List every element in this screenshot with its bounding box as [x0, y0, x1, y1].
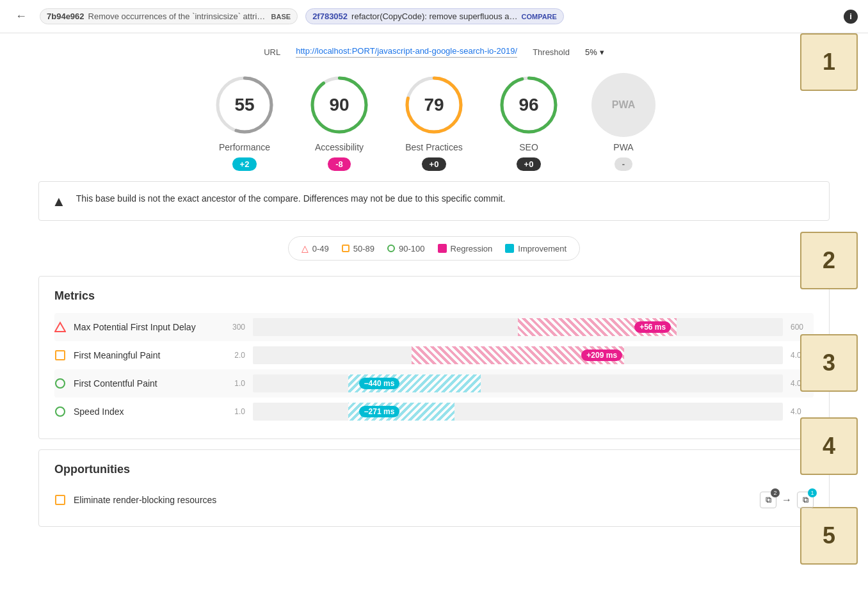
metric-icon-first-meaningful-paint — [54, 350, 66, 361]
compare-hash: 2f783052 — [312, 12, 348, 21]
score-item-best-practices[interactable]: 79 Best Practices +0 — [402, 73, 466, 171]
score-circle-seo: 96 — [497, 73, 561, 137]
base-desc: Remove occurrences of the `intrinsicsize… — [88, 12, 268, 21]
metric-icon-first-contentful-paint — [54, 378, 66, 389]
legend-50-89: 50-89 — [342, 243, 374, 253]
legend-0-49: △ 0-49 — [301, 243, 329, 253]
threshold-val: 5% — [585, 47, 597, 57]
metric-row-max-potential-fid: Max Potential First Input Delay 300 +56 … — [54, 313, 814, 341]
opportunities-title: Opportunities — [54, 463, 814, 476]
metric-badge-first-contentful-paint: −440 ms — [359, 378, 400, 389]
legend-regression: Regression — [438, 243, 493, 253]
score-item-seo[interactable]: 96 SEO +0 — [497, 73, 561, 171]
metric-name-first-contentful-paint: First Contentful Paint — [74, 378, 214, 389]
metric-badge-first-meaningful-paint: +209 ms — [581, 350, 622, 361]
svg-point-10 — [56, 379, 65, 388]
info-icon[interactable]: i — [844, 10, 858, 24]
improvement-color-box — [505, 244, 514, 253]
annotation-4: 4 — [800, 417, 858, 475]
compare-desc: refactor(CopyCode): remove superfluous a… — [351, 12, 517, 21]
metrics-title: Metrics — [54, 289, 814, 303]
score-item-accessibility[interactable]: 90 Accessibility -8 — [307, 73, 371, 171]
threshold-dropdown[interactable]: 5% ▾ — [585, 47, 604, 57]
score-label-performance: Performance — [219, 142, 270, 152]
compare-commit-chip[interactable]: 2f783052 refactor(CopyCode): remove supe… — [305, 8, 564, 24]
metric-icon-max-potential-fid — [54, 321, 66, 333]
score-label-pwa: PWA — [613, 142, 633, 152]
metric-row-first-meaningful-paint: First Meaningful Paint 2.0 +209 ms 4.0 — [54, 341, 814, 369]
score-item-performance[interactable]: 55 Performance +2 — [213, 73, 277, 171]
metric-bar-first-contentful-paint: −440 ms — [253, 374, 783, 392]
score-badge-performance: +2 — [232, 157, 257, 171]
metric-name-speed-index: Speed Index — [74, 406, 214, 417]
opp-actions-eliminate-render-blocking: ⧉ 2 → ⧉ 1 — [760, 492, 814, 508]
legend-improvement: Improvement — [505, 243, 567, 253]
metric-min-max-potential-fid: 300 — [222, 323, 245, 332]
url-row: URL http://localhost:PORT/javascript-and… — [38, 46, 830, 58]
opp-base-btn-eliminate-render-blocking[interactable]: ⧉ 2 — [760, 492, 776, 508]
metric-bar-first-meaningful-paint: +209 ms — [253, 346, 783, 364]
opportunities-rows: Eliminate render-blocking resources ⧉ 2 … — [54, 486, 814, 513]
opp-compare-btn-eliminate-render-blocking[interactable]: ⧉ 1 — [797, 492, 814, 508]
warning-text: This base build is not the exact ancesto… — [76, 192, 506, 205]
legend-0-49-label: 0-49 — [312, 244, 329, 253]
threshold-label: Threshold — [533, 47, 570, 57]
score-label-accessibility: Accessibility — [315, 142, 364, 152]
metric-bar-max-potential-fid: +56 ms — [253, 318, 783, 336]
metric-row-speed-index: Speed Index 1.0 −271 ms 4.0 — [54, 398, 814, 426]
legend-improvement-label: Improvement — [518, 244, 567, 253]
metric-min-first-contentful-paint: 1.0 — [222, 379, 245, 388]
warning-icon: ▲ — [52, 193, 66, 210]
arrow-right-icon: → — [782, 494, 792, 506]
regression-color-box — [438, 244, 447, 253]
legend-50-89-label: 50-89 — [353, 244, 374, 253]
back-button[interactable]: ← — [10, 7, 32, 26]
opp-compare-count-eliminate-render-blocking: 1 — [808, 488, 817, 497]
metrics-section: Metrics Max Potential First Input Delay … — [38, 276, 830, 439]
compare-badge: COMPARE — [521, 13, 556, 20]
legend-regression-label: Regression — [451, 244, 493, 253]
metric-name-max-potential-fid: Max Potential First Input Delay — [74, 322, 214, 332]
score-circle-accessibility: 90 — [307, 73, 371, 137]
score-value-best-practices: 79 — [424, 95, 444, 115]
copy-icon-2: ⧉ — [803, 495, 808, 505]
legend-90-100-label: 90-100 — [399, 244, 424, 253]
base-commit-chip[interactable]: 7b94e962 Remove occurrences of the `intr… — [40, 8, 298, 24]
score-badge-pwa: - — [615, 157, 632, 171]
scores-row: 55 Performance +2 90 Accessibility -8 79… — [38, 73, 830, 171]
metric-badge-speed-index: −271 ms — [359, 406, 400, 417]
metric-icon-speed-index — [54, 406, 66, 417]
svg-point-11 — [56, 407, 65, 416]
score-item-pwa[interactable]: PWA PWA - — [591, 73, 655, 171]
legend-90-100: 90-100 — [387, 243, 424, 253]
header: ← 7b94e962 Remove occurrences of the `in… — [0, 0, 868, 33]
opportunities-section: Opportunities Eliminate render-blocking … — [38, 449, 830, 527]
score-circle-best-practices: 79 — [402, 73, 466, 137]
score-value-accessibility: 90 — [329, 95, 349, 115]
svg-rect-9 — [56, 351, 65, 360]
score-label-best-practices: Best Practices — [405, 142, 462, 152]
score-label-seo: SEO — [519, 142, 538, 152]
chevron-down-icon: ▾ — [600, 47, 604, 57]
triangle-icon: △ — [301, 243, 309, 253]
opportunity-row-eliminate-render-blocking: Eliminate render-blocking resources ⧉ 2 … — [54, 486, 814, 513]
base-badge: BASE — [271, 13, 291, 20]
metric-min-first-meaningful-paint: 2.0 — [222, 351, 245, 360]
metrics-rows: Max Potential First Input Delay 300 +56 … — [54, 313, 814, 426]
opp-name-eliminate-render-blocking: Eliminate render-blocking resources — [74, 495, 752, 505]
metric-row-first-contentful-paint: First Contentful Paint 1.0 −440 ms 4.0 — [54, 369, 814, 398]
score-value-seo: 96 — [518, 95, 538, 115]
url-value[interactable]: http://localhost:PORT/javascript-and-goo… — [296, 46, 517, 58]
legend-row: △ 0-49 50-89 90-100 Regression Improveme… — [288, 236, 580, 261]
pwa-circle: PWA — [591, 73, 655, 137]
score-badge-accessibility: -8 — [328, 157, 351, 171]
url-label: URL — [264, 47, 280, 57]
metric-max-speed-index: 4.0 — [791, 407, 814, 416]
metric-min-speed-index: 1.0 — [222, 407, 245, 416]
opp-icon-eliminate-render-blocking — [54, 494, 66, 506]
annotation-2: 2 — [800, 232, 858, 289]
annotation-5: 5 — [800, 507, 858, 565]
annotation-1: 1 — [800, 33, 858, 91]
base-hash: 7b94e962 — [47, 12, 84, 21]
score-badge-seo: +0 — [517, 157, 542, 171]
